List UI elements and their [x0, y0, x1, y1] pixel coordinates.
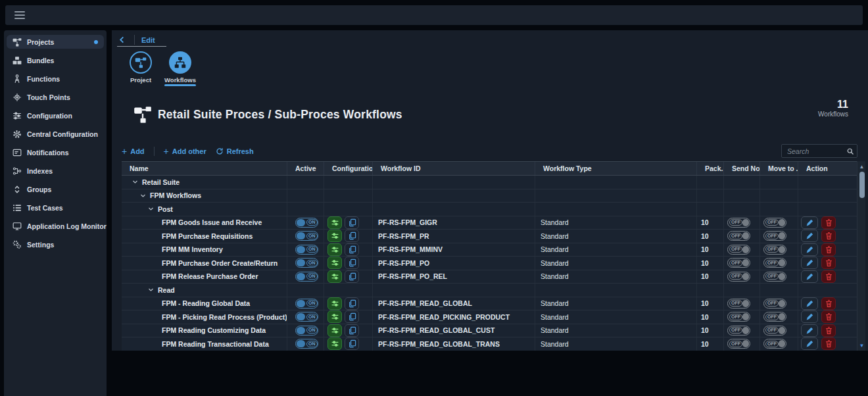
- sidebar-item-test-cases[interactable]: Test Cases: [7, 201, 104, 214]
- tree-group-row[interactable]: FPM Workflows: [122, 189, 865, 203]
- delete-button[interactable]: [821, 324, 836, 337]
- copy-button[interactable]: [345, 297, 359, 310]
- move-to-toggle[interactable]: OFF: [763, 299, 786, 309]
- configure-button[interactable]: [327, 310, 342, 323]
- workflow-row[interactable]: FPM Purchase Order Create/ReturnONPF-RS-…: [122, 257, 865, 270]
- active-toggle[interactable]: ON: [295, 339, 318, 349]
- view-tab-workflows[interactable]: Workflows: [162, 50, 198, 86]
- active-toggle[interactable]: ON: [295, 231, 318, 241]
- sidebar-item-application-log-monitor[interactable]: Application Log Monitor: [7, 219, 104, 233]
- active-toggle[interactable]: ON: [295, 326, 318, 335]
- send-notification-toggle[interactable]: OFF: [727, 231, 750, 241]
- collapse-chevron-icon[interactable]: [148, 287, 154, 293]
- collapse-chevron-icon[interactable]: [132, 179, 138, 185]
- move-to-toggle[interactable]: OFF: [763, 326, 786, 335]
- table-scrollbar[interactable]: ▲ ▼: [857, 161, 865, 351]
- delete-button[interactable]: [821, 216, 836, 229]
- menu-icon[interactable]: [14, 11, 25, 19]
- configure-button[interactable]: [327, 243, 342, 256]
- collapse-chevron-icon[interactable]: [140, 193, 146, 199]
- copy-button[interactable]: [345, 216, 359, 229]
- delete-button[interactable]: [821, 337, 836, 350]
- workflow-row[interactable]: FPM - Picking Read Process (Product)ONPF…: [122, 310, 865, 324]
- active-toggle[interactable]: ON: [295, 245, 318, 255]
- move-to-toggle[interactable]: OFF: [763, 258, 786, 268]
- edit-button[interactable]: [801, 324, 818, 337]
- send-notification-toggle[interactable]: OFF: [727, 339, 750, 349]
- search-icon[interactable]: [844, 147, 857, 155]
- workflow-row[interactable]: FPM Reading Customizing DataONPF-RS-FPM_…: [122, 324, 865, 338]
- edit-button[interactable]: [801, 216, 818, 229]
- tree-group-row[interactable]: Post: [122, 203, 865, 216]
- send-notification-toggle[interactable]: OFF: [727, 299, 750, 309]
- copy-button[interactable]: [345, 243, 359, 256]
- delete-button[interactable]: [821, 230, 836, 242]
- tree-group-row[interactable]: Read: [122, 284, 865, 297]
- configure-button[interactable]: [327, 337, 342, 350]
- configure-button[interactable]: [327, 216, 342, 229]
- active-toggle[interactable]: ON: [295, 299, 318, 309]
- send-notification-toggle[interactable]: OFF: [727, 272, 750, 282]
- configure-button[interactable]: [327, 324, 342, 337]
- copy-button[interactable]: [345, 230, 359, 242]
- scrollbar-thumb[interactable]: [859, 172, 865, 198]
- configure-button[interactable]: [327, 257, 342, 269]
- refresh-button[interactable]: Refresh: [216, 147, 254, 155]
- delete-button[interactable]: [821, 310, 836, 323]
- delete-button[interactable]: [821, 270, 836, 283]
- send-notification-toggle[interactable]: OFF: [727, 312, 750, 322]
- configure-button[interactable]: [327, 230, 342, 242]
- workflow-row[interactable]: FPM Purchase RequisitionsONPF-RS-FPM_PRS…: [122, 230, 865, 243]
- workflow-row[interactable]: FPM MM InventoryONPF-RS-FPM_MMINVStandar…: [122, 243, 865, 257]
- sidebar-item-groups[interactable]: Groups: [7, 182, 104, 196]
- copy-button[interactable]: [345, 310, 359, 323]
- collapse-chevron-icon[interactable]: [148, 206, 154, 212]
- workflow-row[interactable]: FPM Goods Issue and ReceiveONPF-RS-FPM_G…: [122, 216, 865, 230]
- workflow-row[interactable]: FPM Release Purchase OrderONPF-RS-FPM_PO…: [122, 270, 865, 284]
- sidebar-item-central-configuration[interactable]: Central Configuration: [7, 127, 104, 141]
- send-notification-toggle[interactable]: OFF: [727, 326, 750, 335]
- sidebar-item-notifications[interactable]: Notifications: [7, 145, 104, 159]
- sidebar-item-indexes[interactable]: Indexes: [7, 164, 104, 178]
- add-other-button[interactable]: + Add other: [164, 147, 206, 155]
- move-to-toggle[interactable]: OFF: [763, 218, 786, 228]
- active-toggle[interactable]: ON: [295, 272, 318, 282]
- copy-button[interactable]: [345, 324, 359, 337]
- move-to-toggle[interactable]: OFF: [763, 231, 786, 241]
- edit-button[interactable]: [801, 337, 818, 350]
- back-button[interactable]: [112, 36, 132, 43]
- active-toggle[interactable]: ON: [295, 218, 318, 228]
- delete-button[interactable]: [821, 297, 836, 310]
- edit-button[interactable]: [801, 310, 818, 323]
- scroll-up-icon[interactable]: ▲: [857, 163, 866, 170]
- add-button[interactable]: + Add: [122, 147, 145, 155]
- edit-button[interactable]: [801, 257, 818, 269]
- send-notification-toggle[interactable]: OFF: [727, 245, 750, 255]
- tree-group-row[interactable]: Retail Suite: [122, 176, 865, 189]
- edit-button[interactable]: [801, 230, 818, 242]
- move-to-toggle[interactable]: OFF: [763, 272, 786, 282]
- send-notification-toggle[interactable]: OFF: [727, 258, 750, 268]
- sidebar-item-settings[interactable]: Settings: [7, 237, 104, 251]
- sidebar-item-functions[interactable]: Functions: [7, 72, 104, 86]
- move-to-toggle[interactable]: OFF: [763, 245, 786, 255]
- copy-button[interactable]: [345, 257, 359, 269]
- active-toggle[interactable]: ON: [295, 258, 318, 268]
- active-toggle[interactable]: ON: [295, 312, 318, 322]
- configure-button[interactable]: [327, 270, 342, 283]
- search-input[interactable]: [782, 147, 844, 155]
- edit-button[interactable]: [801, 243, 818, 256]
- sidebar-item-projects[interactable]: Projects: [7, 35, 104, 49]
- view-tab-project[interactable]: Project: [123, 50, 158, 86]
- workflow-row[interactable]: FPM - Reading Global DataONPF-RS-FPM_REA…: [122, 297, 865, 311]
- configure-button[interactable]: [327, 297, 342, 310]
- edit-button[interactable]: [801, 297, 818, 310]
- sidebar-item-bundles[interactable]: Bundles: [7, 53, 104, 67]
- scroll-down-icon[interactable]: ▼: [857, 342, 866, 349]
- copy-button[interactable]: [345, 337, 359, 350]
- send-notification-toggle[interactable]: OFF: [727, 218, 750, 228]
- move-to-toggle[interactable]: OFF: [763, 339, 786, 349]
- edit-button[interactable]: [801, 270, 818, 283]
- tab-edit[interactable]: Edit: [141, 36, 155, 44]
- copy-button[interactable]: [345, 270, 359, 283]
